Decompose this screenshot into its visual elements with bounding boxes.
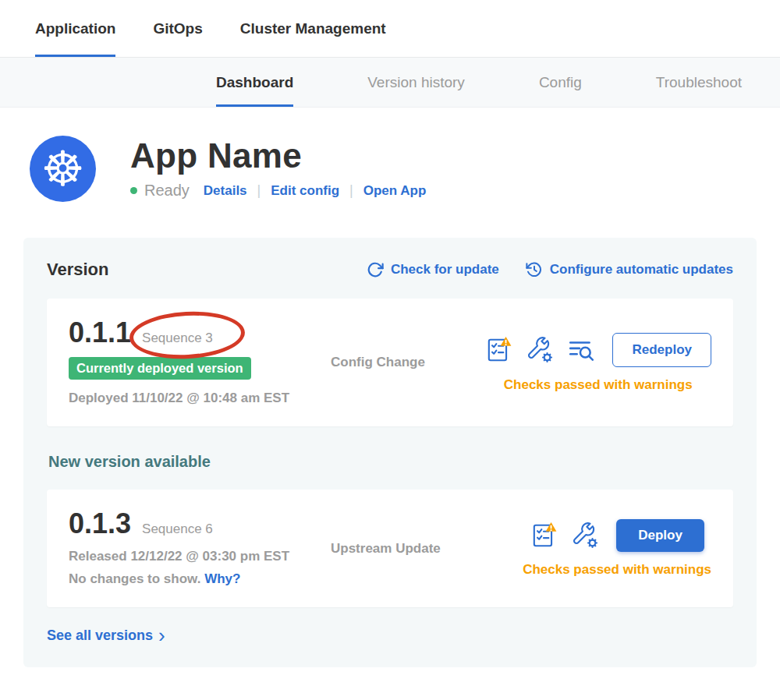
tab-application[interactable]: Application <box>35 0 115 57</box>
tab-version-history[interactable]: Version history <box>367 58 465 107</box>
chevron-right-icon: › <box>158 628 165 644</box>
deployed-timestamp: Deployed 11/10/22 @ 10:48 am EST <box>69 391 318 406</box>
link-edit-config[interactable]: Edit config <box>271 183 339 199</box>
configure-auto-updates-label: Configure automatic updates <box>550 262 733 278</box>
tab-gitops[interactable]: GitOps <box>153 0 202 57</box>
checks-warning-text: Checks passed with warnings <box>523 562 711 578</box>
new-version-actions: Deploy Checks passed with warnings <box>523 510 711 587</box>
refresh-icon <box>367 261 384 278</box>
checks-warning-text: Checks passed with warnings <box>504 377 693 393</box>
status-dot <box>130 187 137 194</box>
why-link[interactable]: Why? <box>204 571 240 586</box>
separator: | <box>257 182 261 199</box>
version-heading: Version <box>47 260 108 280</box>
current-version-sequence: Sequence 3 <box>142 331 213 346</box>
warning-triangle-icon <box>501 337 512 346</box>
current-version-actions: Redeploy Checks passed with warnings <box>484 319 711 406</box>
check-for-update-label: Check for update <box>391 262 499 278</box>
status-text: Ready <box>144 182 190 200</box>
current-version-source: Config Change <box>318 319 484 406</box>
link-open-app[interactable]: Open App <box>363 183 427 199</box>
sequence-label: Sequence 3 <box>142 331 213 345</box>
check-icons <box>484 336 595 364</box>
tab-troubleshoot[interactable]: Troubleshoot <box>656 58 742 107</box>
version-panel: Version Check for update <box>23 238 757 667</box>
current-version-number: 0.1.1 <box>69 319 131 347</box>
app-header: ☸ App Name Ready Details | Edit config |… <box>30 136 780 202</box>
warning-triangle-icon <box>546 522 557 532</box>
new-version-number: 0.1.3 <box>69 510 131 538</box>
check-icons <box>530 521 599 550</box>
secondary-nav: Dashboard Version history Config Trouble… <box>0 58 780 108</box>
no-changes-text: No changes to show. Why? <box>69 571 318 587</box>
new-version-info: 0.1.3 Sequence 6 Released 12/12/22 @ 03:… <box>69 510 318 587</box>
check-for-update-button[interactable]: Check for update <box>367 261 499 278</box>
version-actions: Check for update Configure automatic upd… <box>367 261 733 278</box>
status-row: Ready Details | Edit config | Open App <box>130 182 426 200</box>
kubernetes-logo-glyph: ☸ <box>41 145 85 193</box>
tab-cluster-management[interactable]: Cluster Management <box>240 0 386 57</box>
redeploy-button[interactable]: Redeploy <box>612 333 711 367</box>
separator: | <box>349 182 353 199</box>
no-changes-label: No changes to show. <box>69 571 200 586</box>
configure-auto-updates-button[interactable]: Configure automatic updates <box>526 261 733 278</box>
wrench-gear-icon[interactable] <box>526 336 554 364</box>
deployed-badge: Currently deployed version <box>69 357 251 380</box>
current-version-info: 0.1.1 Sequence 3 Currently deployed vers… <box>69 319 318 406</box>
preflight-checklist-icon[interactable] <box>530 521 558 550</box>
new-version-source: Upstream Update <box>318 510 523 587</box>
tab-config[interactable]: Config <box>539 58 582 107</box>
kubernetes-logo: ☸ <box>30 136 96 202</box>
new-version-sequence: Sequence 6 <box>142 521 213 537</box>
tab-dashboard[interactable]: Dashboard <box>216 58 293 107</box>
preflight-checklist-icon[interactable] <box>484 336 512 364</box>
see-all-versions-label: See all versions <box>47 628 153 644</box>
link-details[interactable]: Details <box>204 183 247 199</box>
clock-refresh-icon <box>526 261 543 278</box>
released-timestamp: Released 12/12/22 @ 03:30 pm EST <box>69 549 318 564</box>
file-search-icon[interactable] <box>567 336 595 364</box>
deploy-button[interactable]: Deploy <box>616 519 704 552</box>
see-all-versions-link[interactable]: See all versions › <box>47 628 165 644</box>
current-version-card: 0.1.1 Sequence 3 Currently deployed vers… <box>47 299 733 426</box>
page-title: App Name <box>130 138 426 174</box>
wrench-gear-icon[interactable] <box>571 521 599 550</box>
version-panel-header: Version Check for update <box>47 260 733 280</box>
new-version-heading: New version available <box>48 453 733 471</box>
primary-nav: Application GitOps Cluster Management <box>0 0 780 58</box>
new-version-card: 0.1.3 Sequence 6 Released 12/12/22 @ 03:… <box>47 490 733 607</box>
